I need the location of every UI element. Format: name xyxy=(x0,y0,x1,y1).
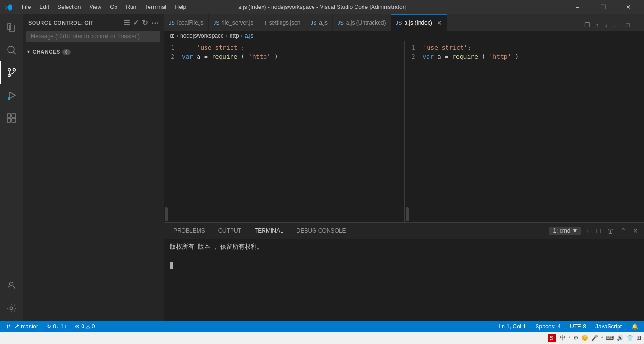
tab-label-fileserver: file_server.js xyxy=(222,19,254,26)
menu-file[interactable]: File xyxy=(18,2,34,12)
sidebar-header-icons: ☰ ✓ ↻ ⋯ xyxy=(124,18,158,27)
chevron-up-icon[interactable]: ⌃ xyxy=(619,226,628,235)
right-scrollbar[interactable] xyxy=(405,206,410,222)
status-spaces[interactable]: Spaces: 4 xyxy=(534,323,562,330)
minimize-button[interactable]: − xyxy=(567,0,588,14)
svg-point-2 xyxy=(8,46,14,53)
activity-item-account[interactable] xyxy=(0,274,23,297)
ime-icon-4[interactable]: ⌨ xyxy=(605,334,615,342)
right-editor-code[interactable]: 1 'use strict'; 2 var a = require ( xyxy=(405,41,644,206)
source-control-icon xyxy=(6,67,17,78)
menu-run[interactable]: Run xyxy=(122,2,140,12)
changes-label: CHANGES xyxy=(33,49,60,55)
svg-point-18 xyxy=(9,325,10,326)
breadcrumb-d[interactable]: d: xyxy=(170,33,174,39)
spaces-label: Spaces: 4 xyxy=(536,323,561,330)
changes-header[interactable]: ▼ CHANGES 0 xyxy=(23,47,164,57)
add-terminal-icon[interactable]: + xyxy=(584,226,592,235)
activity-item-search[interactable] xyxy=(0,39,23,61)
panel-close-icon[interactable]: ✕ xyxy=(631,226,640,235)
activity-item-explorer[interactable] xyxy=(0,16,23,39)
tab-label-localfile: localFile.js xyxy=(177,19,204,26)
status-language[interactable]: JavaScript xyxy=(594,323,624,330)
ime-icon-6[interactable]: 👕 xyxy=(626,334,635,342)
ime-icon-5[interactable]: 🔊 xyxy=(616,334,625,342)
status-errors[interactable]: ⊗ 0 △ 0 xyxy=(73,323,97,330)
svg-marker-8 xyxy=(9,92,15,99)
bell-icon: 🔔 xyxy=(631,323,638,330)
left-linenum-2: 2 xyxy=(168,53,182,60)
tab-settingsjson[interactable]: {} settings.json xyxy=(258,14,305,31)
tab-output[interactable]: OUTPUT xyxy=(213,223,247,239)
tab-bar: JS localFile.js JS file_server.js {} set… xyxy=(164,14,644,31)
split-terminal-icon[interactable]: □ xyxy=(595,226,603,235)
menu-view[interactable]: View xyxy=(85,2,105,12)
activity-item-debug[interactable] xyxy=(0,84,23,107)
svg-rect-13 xyxy=(12,118,16,122)
terminal-line-1: 版权所有 版本 。保留所有权利。 xyxy=(170,242,638,252)
tab-localfile[interactable]: JS localFile.js xyxy=(164,14,209,31)
editor-more-icon[interactable]: ⋯ xyxy=(634,19,644,31)
split-editor-icon[interactable]: ❐ xyxy=(582,19,592,31)
maximize-button[interactable]: ☐ xyxy=(592,0,614,14)
right-code-2: var a = require ( 'http' ) xyxy=(423,53,519,60)
menu-edit[interactable]: Edit xyxy=(35,2,53,12)
status-branch[interactable]: ⎇ master xyxy=(4,323,40,330)
settings-icon xyxy=(6,303,17,313)
left-editor-code[interactable]: 1 'use strict'; 2 var a = require ( 'htt… xyxy=(164,41,404,206)
menu-go[interactable]: Go xyxy=(106,2,121,12)
close-button[interactable]: ✕ xyxy=(618,0,639,14)
commit-message-input[interactable] xyxy=(26,31,160,42)
breadcrumb-http[interactable]: http xyxy=(230,33,239,39)
breadcrumb-ajs[interactable]: a.js xyxy=(245,33,254,39)
tab-ajs[interactable]: JS a.js xyxy=(305,14,333,31)
trash-icon[interactable]: 🗑 xyxy=(605,226,616,235)
tab-terminal[interactable]: TERMINAL xyxy=(249,223,289,239)
left-scrollbar[interactable] xyxy=(164,206,169,222)
activity-item-sourcecontrol[interactable] xyxy=(0,61,23,84)
debug-icon xyxy=(6,90,17,101)
toggle-layout-icon[interactable]: □ xyxy=(624,19,632,31)
activity-item-settings[interactable] xyxy=(0,297,23,319)
svg-rect-12 xyxy=(7,118,11,122)
navigate-down-icon[interactable]: ↓ xyxy=(603,19,610,31)
ime-icon-3[interactable]: 🎤 xyxy=(590,334,599,342)
sidebar-list-icon[interactable]: ☰ xyxy=(124,18,130,27)
tab-close-ajsindex[interactable]: ✕ xyxy=(437,19,442,26)
tab-debug-console[interactable]: DEBUG CONSOLE xyxy=(291,223,352,239)
activity-item-extensions[interactable] xyxy=(0,107,23,129)
menu-help[interactable]: Help xyxy=(171,2,190,12)
sidebar-check-icon[interactable]: ✓ xyxy=(133,18,140,27)
panel-actions: 1: cmd ▼ + □ 🗑 ⌃ ✕ xyxy=(549,226,640,235)
svg-line-3 xyxy=(13,52,16,54)
changes-count-badge: 0 xyxy=(62,49,71,55)
sidebar-refresh-icon[interactable]: ↻ xyxy=(142,18,149,27)
activity-bar xyxy=(0,14,23,321)
svg-point-16 xyxy=(7,325,8,326)
tab-ajsuntracked[interactable]: JS a.js (Untracked) xyxy=(333,14,391,31)
status-encoding[interactable]: UTF-8 xyxy=(568,323,588,330)
ime-icon-2[interactable]: 😊 xyxy=(580,334,589,342)
status-sync[interactable]: ↻ 0↓ 1↑ xyxy=(45,323,68,330)
tab-problems[interactable]: PROBLEMS xyxy=(168,223,211,239)
status-bell[interactable]: 🔔 xyxy=(629,323,640,330)
navigate-up-icon[interactable]: ↑ xyxy=(594,19,601,31)
ime-lang[interactable]: 中 xyxy=(559,333,567,343)
menu-selection[interactable]: Selection xyxy=(54,2,84,12)
changes-section: ▼ CHANGES 0 xyxy=(23,45,164,59)
tab-fileserver[interactable]: JS file_server.js xyxy=(209,14,259,31)
sidebar-more-icon[interactable]: ⋯ xyxy=(151,18,159,27)
more-icon[interactable]: … xyxy=(612,19,622,31)
ime-icon-7[interactable]: ⊞ xyxy=(636,334,642,342)
title-bar: File Edit Selection View Go Run Terminal… xyxy=(0,0,644,14)
breadcrumb-nodejsworkspace[interactable]: nodejsworkspace xyxy=(180,33,224,39)
tab-ajsindex[interactable]: JS a.js (Index) ✕ xyxy=(391,14,447,31)
svg-rect-11 xyxy=(12,114,16,117)
ime-icon-1[interactable]: ⚙ xyxy=(572,334,579,342)
terminal-dropdown[interactable]: 1: cmd ▼ xyxy=(549,227,581,235)
menu-terminal[interactable]: Terminal xyxy=(141,2,170,12)
left-code-1: 'use strict'; xyxy=(182,44,245,51)
status-position[interactable]: Ln 1, Col 1 xyxy=(497,323,528,330)
ime-sep-2: • xyxy=(600,334,604,342)
status-bar: ⎇ master ↻ 0↓ 1↑ ⊗ 0 △ 0 Ln 1, Col 1 Spa… xyxy=(0,321,644,332)
